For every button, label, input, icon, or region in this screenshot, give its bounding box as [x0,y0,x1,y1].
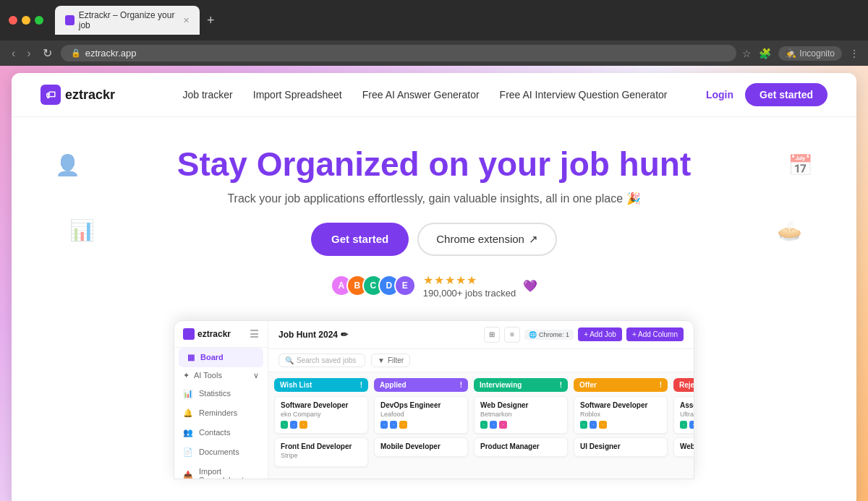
url-text: eztrackr.app [85,48,137,59]
list-view-button[interactable]: ≡ [504,327,520,343]
chrome-extension-button[interactable]: Chrome extension ↗ [417,223,557,256]
app-main-header: Job Hunt 2024 ✏ ⊞ ≡ 🌐 Chrome: 1 + Add Jo… [268,321,694,349]
close-button[interactable] [9,16,17,25]
sidebar-logo-left: eztrackr [183,328,231,340]
tag: · [490,421,497,429]
card-web-designer[interactable]: Web Designer Betmarkon · · · [474,396,568,434]
browser-tab[interactable]: Eztrackr – Organize your job ✕ [55,6,200,35]
card-tags: · · · [480,421,561,429]
card-company: Roblox [580,411,661,418]
documents-icon: 📄 [183,448,193,457]
add-column-button[interactable]: + Add Column [626,327,684,341]
offer-count: ! [660,381,662,389]
tag: · [281,421,288,429]
forward-button[interactable]: › [24,46,33,61]
col-header-rejected: Rejected ! [673,378,694,392]
fullscreen-button[interactable] [35,16,43,25]
nav-link-job-tracker[interactable]: Job tracker [183,89,233,100]
edit-icon[interactable]: ✏ [341,330,348,340]
chrome-count-badge: 🌐 Chrome: 1 [524,330,574,340]
logo[interactable]: 🏷 eztrackr [41,85,115,105]
statistics-icon: 📊 [183,389,193,398]
app-preview: eztrackr ☰ ▦ Board ✦ AI Tools ∨ [174,320,694,479]
page-wrapper: 🏷 eztrackr Job tracker Import Spreadshee… [0,66,868,501]
hero-buttons: Get started Chrome extension ↗ [26,223,842,256]
import-label: Import Spreadsheet [199,467,259,479]
card-web-test[interactable]: Web Test... [673,437,694,457]
tag: · [299,421,307,429]
wishlist-label: Wish List [280,381,312,389]
card-tags: · · · [281,421,362,429]
address-bar[interactable]: 🔒 eztrackr.app [61,45,737,61]
card-ui-designer[interactable]: UI Designer [574,437,668,457]
get-started-hero-button[interactable]: Get started [311,223,409,256]
avatar-group: A B C D E [331,275,416,296]
grid-view-button[interactable]: ⊞ [484,327,500,343]
incognito-label: Incognito [799,48,835,59]
ai-tools-label: AI Tools [194,371,222,380]
card-title: UI Designer [580,442,661,450]
add-job-button[interactable]: + Add Job [578,327,622,341]
more-icon[interactable]: ⋮ [849,48,859,59]
card-devops-engineer[interactable]: DevOps Engineer Leafood · · · [374,396,468,434]
sidebar-item-reminders[interactable]: 🔔 Reminders [174,403,268,423]
sidebar-brand: eztrackr [197,329,231,339]
tab-close-icon[interactable]: ✕ [183,16,190,25]
sidebar-item-import[interactable]: 📥 Import Spreadsheet [174,462,268,479]
sidebar-logo-icon [183,328,195,340]
kanban-col-offer: Offer ! Software Developer Roblox · · · [574,378,668,472]
nav-link-import[interactable]: Import Spreadsheet [253,89,342,100]
traffic-lights [9,16,43,25]
deco-calendar-icon: 📅 [788,153,813,177]
applied-label: Applied [380,381,407,389]
nav-link-ai-interview[interactable]: Free AI Interview Question Generator [500,89,668,100]
minimize-button[interactable] [22,16,30,25]
sidebar-item-board[interactable]: ▦ Board [179,348,263,367]
card-product-manager[interactable]: Product Manager [474,437,568,457]
card-software-developer[interactable]: Software Developer eko Company · · · [274,396,368,434]
card-title: Product Manager [480,442,561,450]
hero-subtitle: Track your job applications effortlessly… [26,192,842,205]
card-title: Associate... [680,401,694,409]
sidebar-item-contacts[interactable]: 👥 Contacts [174,423,268,442]
deco-chart-icon: 📊 [69,218,95,242]
app-search-input[interactable]: 🔍 Search saved jobs [278,354,365,367]
refresh-button[interactable]: ↻ [40,45,55,61]
card-tags: · · [680,421,694,429]
import-icon: 📥 [183,471,193,479]
get-started-nav-button[interactable]: Get started [745,83,827,106]
new-tab-button[interactable]: + [203,13,219,28]
board-title: Job Hunt 2024 [278,330,338,340]
tag: · [599,421,606,429]
sidebar-item-documents[interactable]: 📄 Documents [174,442,268,462]
col-header-applied: Applied ! [374,378,468,392]
rejected-label: Rejected [679,381,694,389]
tab-title: Eztrackr – Organize your job [79,10,179,30]
card-frontend-developer[interactable]: Front End Developer Stripe [274,437,368,467]
filter-button[interactable]: ▼ Filter [371,354,410,367]
contacts-icon: 👥 [183,428,193,437]
sidebar-item-ai-tools[interactable]: ✦ AI Tools ∨ [174,367,268,384]
bookmark-icon[interactable]: ☆ [742,48,752,59]
card-title: Software Developer [281,401,362,409]
statistics-label: Statistics [199,389,231,398]
title-bar: Eztrackr – Organize your job ✕ + [0,0,868,40]
kanban-col-applied: Applied ! DevOps Engineer Leafood · · · [374,378,468,472]
browser-toolbar: ‹ › ↻ 🔒 eztrackr.app ☆ 🧩 🕵 Incognito ⋮ [0,40,868,66]
jobs-tracked-text: 190,000+ jobs tracked [423,288,516,299]
board-icon: ▦ [187,353,195,362]
tag: · [290,421,297,429]
col-header-wishlist: Wish List ! [274,378,368,392]
card-mobile-developer[interactable]: Mobile Developer [374,437,468,457]
lock-icon: 🔒 [71,48,81,58]
hamburger-icon[interactable]: ☰ [250,328,259,340]
extensions-icon[interactable]: 🧩 [759,48,771,59]
card-offer-software[interactable]: Software Developer Roblox · · · [574,396,668,434]
back-button[interactable]: ‹ [9,46,18,61]
nav-link-ai-answer[interactable]: Free AI Answer Generator [362,89,480,100]
login-button[interactable]: Login [706,89,733,100]
card-associate[interactable]: Associate... Ultra Nour... · · [673,396,694,434]
app-main: Job Hunt 2024 ✏ ⊞ ≡ 🌐 Chrome: 1 + Add Jo… [268,321,694,479]
tag: · [480,421,488,429]
sidebar-item-statistics[interactable]: 📊 Statistics [174,384,268,403]
